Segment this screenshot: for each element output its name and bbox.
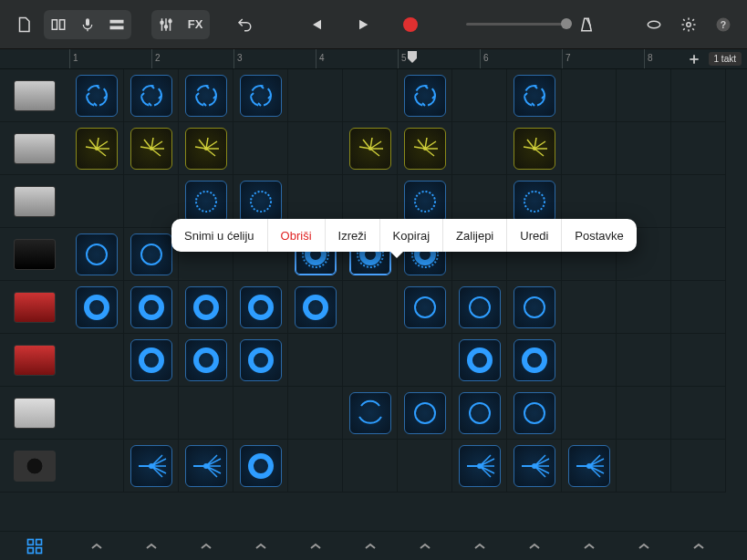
- volume-slider[interactable]: [466, 23, 566, 26]
- grid-cell[interactable]: [288, 69, 343, 122]
- grid-cell[interactable]: [398, 281, 452, 334]
- grid-cell[interactable]: [288, 122, 343, 175]
- grid-cell[interactable]: [343, 69, 398, 122]
- loop-cell[interactable]: [459, 339, 501, 381]
- grid-cell[interactable]: [124, 122, 179, 175]
- grid-cell[interactable]: [507, 387, 562, 440]
- grid-cell[interactable]: [671, 440, 726, 493]
- document-icon[interactable]: [9, 10, 38, 39]
- loop-cell[interactable]: [459, 445, 501, 487]
- play-icon[interactable]: [348, 10, 378, 39]
- loop-cell[interactable]: [240, 339, 282, 381]
- fx-button[interactable]: FX: [181, 10, 210, 39]
- grid-cell[interactable]: [507, 122, 562, 175]
- column-trigger[interactable]: [398, 532, 452, 560]
- loop-cell[interactable]: [130, 233, 172, 275]
- track-header-drum-machine-3[interactable]: [0, 175, 69, 228]
- grid-cell[interactable]: [398, 334, 452, 387]
- loop-cell[interactable]: [240, 75, 282, 117]
- zoom-label[interactable]: 1 takt: [709, 52, 742, 66]
- grid-cell[interactable]: [124, 281, 179, 334]
- grid-cell[interactable]: [398, 387, 452, 440]
- context-menu-item[interactable]: Zalijepi: [442, 219, 506, 252]
- loop-cell[interactable]: [76, 75, 118, 117]
- loop-cell[interactable]: [240, 181, 282, 223]
- grid-cell[interactable]: [562, 69, 617, 122]
- grid-cell[interactable]: [124, 175, 179, 228]
- grid-cell[interactable]: [233, 122, 288, 175]
- grid-cell[interactable]: [617, 334, 671, 387]
- loop-cell[interactable]: [349, 392, 391, 434]
- grid-cell[interactable]: [617, 440, 671, 493]
- loop-cell[interactable]: [349, 128, 391, 170]
- loop-cell[interactable]: [295, 286, 337, 328]
- loop-cell[interactable]: [404, 128, 446, 170]
- metronome-icon[interactable]: [572, 10, 601, 39]
- grid-cell[interactable]: [671, 175, 726, 228]
- playhead[interactable]: [406, 49, 419, 68]
- grid-cell[interactable]: [398, 122, 452, 175]
- grid-cell[interactable]: [452, 334, 507, 387]
- grid-cell[interactable]: [671, 228, 726, 281]
- grid-cell[interactable]: [343, 334, 398, 387]
- context-menu-item[interactable]: Postavke: [561, 219, 636, 252]
- column-trigger[interactable]: [617, 532, 671, 560]
- loop-library-icon[interactable]: [639, 10, 669, 39]
- grid-cell[interactable]: [233, 334, 288, 387]
- grid-cell[interactable]: [124, 440, 179, 493]
- grid-cell[interactable]: [288, 334, 343, 387]
- grid-cell[interactable]: [124, 69, 179, 122]
- grid-cell[interactable]: [343, 440, 398, 493]
- grid-cell[interactable]: [452, 69, 507, 122]
- grid-cell[interactable]: [288, 387, 343, 440]
- track-header-keys-2[interactable]: [0, 281, 69, 334]
- add-column-icon[interactable]: [685, 50, 703, 68]
- grid-cell[interactable]: [179, 440, 233, 493]
- grid-mode-icon[interactable]: [0, 532, 69, 560]
- grid-cell[interactable]: [671, 334, 726, 387]
- grid-cell[interactable]: [452, 122, 507, 175]
- column-trigger[interactable]: [507, 532, 562, 560]
- mixer-toggle-icon[interactable]: [102, 10, 131, 39]
- grid-cell[interactable]: [179, 69, 233, 122]
- grid-cell[interactable]: [69, 69, 124, 122]
- grid-cell[interactable]: [69, 228, 124, 281]
- grid-cell[interactable]: [562, 281, 617, 334]
- grid-cell[interactable]: [179, 387, 233, 440]
- settings-icon[interactable]: [674, 10, 703, 39]
- grid-cell[interactable]: [671, 122, 726, 175]
- grid-cell[interactable]: [507, 334, 562, 387]
- loop-cell[interactable]: [514, 392, 555, 434]
- loop-cell[interactable]: [514, 286, 555, 328]
- grid-cell[interactable]: [179, 281, 233, 334]
- loop-cell[interactable]: [404, 286, 446, 328]
- undo-icon[interactable]: [230, 10, 259, 39]
- grid-cell[interactable]: [617, 69, 671, 122]
- context-menu-item[interactable]: Snimi u ćeliju: [171, 219, 267, 252]
- column-trigger[interactable]: [124, 532, 179, 560]
- grid-cell[interactable]: [617, 122, 671, 175]
- grid-cell[interactable]: [69, 122, 124, 175]
- track-header-keys-1[interactable]: [0, 228, 69, 281]
- loop-cell[interactable]: [185, 181, 227, 223]
- help-icon[interactable]: ?: [709, 10, 738, 39]
- grid-cell[interactable]: [69, 175, 124, 228]
- grid-cell[interactable]: [179, 122, 233, 175]
- grid-cell[interactable]: [507, 69, 562, 122]
- grid-cell[interactable]: [124, 334, 179, 387]
- loop-cell[interactable]: [130, 339, 172, 381]
- loop-cell[interactable]: [240, 286, 282, 328]
- grid-cell[interactable]: [288, 440, 343, 493]
- grid-cell[interactable]: [562, 122, 617, 175]
- grid-cell[interactable]: [233, 387, 288, 440]
- grid-cell[interactable]: [398, 440, 452, 493]
- grid-cell[interactable]: [69, 281, 124, 334]
- column-trigger[interactable]: [69, 532, 124, 560]
- grid-cell[interactable]: [617, 387, 671, 440]
- context-menu-item[interactable]: Kopiraj: [379, 219, 442, 252]
- grid-cell[interactable]: [562, 440, 617, 493]
- context-menu-item[interactable]: Uredi: [506, 219, 561, 252]
- loop-cell[interactable]: [130, 128, 172, 170]
- loop-cell[interactable]: [130, 286, 172, 328]
- grid-cell[interactable]: [69, 440, 124, 493]
